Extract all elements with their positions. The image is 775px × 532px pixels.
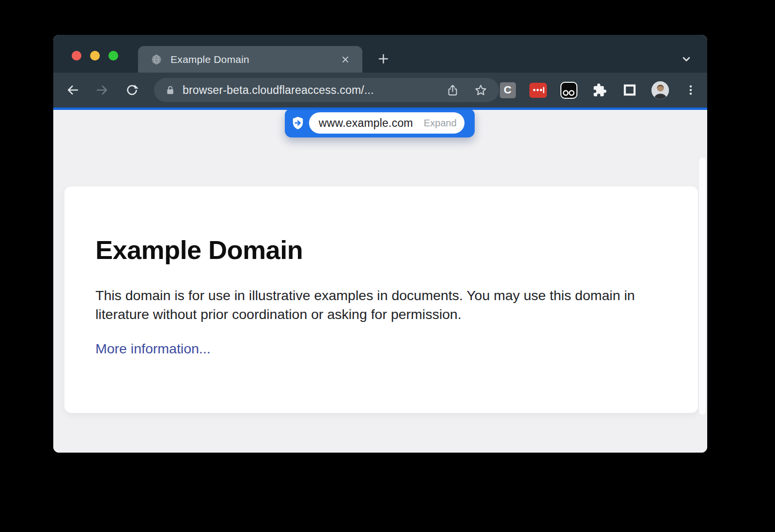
forward-arrow-icon bbox=[95, 83, 109, 97]
back-button[interactable] bbox=[62, 79, 83, 101]
expand-button[interactable]: Expand bbox=[424, 118, 457, 129]
close-window-button[interactable] bbox=[72, 51, 81, 61]
lastpass-dots-icon bbox=[529, 83, 547, 98]
extensions-menu-button[interactable] bbox=[590, 81, 608, 99]
globe-favicon-icon bbox=[151, 54, 162, 65]
browser-window: Example Domain bbox=[53, 35, 707, 453]
more-information-link[interactable]: More information... bbox=[95, 341, 211, 357]
extension-lastpass-button[interactable] bbox=[529, 81, 547, 99]
reload-button[interactable] bbox=[121, 79, 142, 101]
minimize-window-button[interactable] bbox=[90, 51, 100, 61]
shield-arrow-icon bbox=[291, 116, 305, 130]
plus-icon bbox=[377, 52, 390, 65]
new-tab-button[interactable] bbox=[373, 49, 393, 68]
tab-close-icon[interactable] bbox=[338, 52, 353, 67]
page-paragraph: This domain is for use in illustrative e… bbox=[95, 286, 655, 323]
star-icon bbox=[474, 83, 488, 97]
page-heading: Example Domain bbox=[95, 235, 667, 265]
extension-c-icon: C bbox=[500, 82, 516, 98]
avatar-photo-icon bbox=[651, 81, 669, 99]
scrollbar-thumb[interactable] bbox=[699, 157, 706, 415]
extensions-row: C bbox=[499, 81, 699, 99]
side-panel-icon bbox=[622, 83, 637, 97]
share-button[interactable] bbox=[444, 81, 461, 99]
browser-menu-button[interactable] bbox=[682, 81, 699, 99]
chevron-down-icon bbox=[680, 53, 693, 65]
tab-strip: Example Domain bbox=[53, 35, 707, 73]
share-icon bbox=[446, 84, 459, 97]
reload-icon bbox=[125, 83, 139, 97]
profile-avatar[interactable] bbox=[651, 81, 669, 99]
bookmark-star-button[interactable] bbox=[472, 81, 489, 99]
puzzle-icon bbox=[592, 83, 607, 98]
extension-c-button[interactable]: C bbox=[499, 81, 516, 99]
side-panel-button[interactable] bbox=[621, 81, 638, 99]
back-arrow-icon bbox=[65, 83, 80, 97]
isolation-pill-inner: www.example.com Expand bbox=[309, 112, 465, 134]
address-bar[interactable]: browser-beta.cloudflareaccess.com/... bbox=[154, 78, 499, 102]
traffic-lights bbox=[72, 51, 118, 61]
zoom-window-button[interactable] bbox=[108, 51, 118, 61]
url-text: browser-beta.cloudflareaccess.com/... bbox=[183, 84, 444, 97]
example-domain-card: Example Domain This domain is for use in… bbox=[64, 186, 698, 413]
extension-goggles-button[interactable] bbox=[560, 81, 577, 99]
isolation-domain-pill[interactable]: www.example.com Expand bbox=[285, 110, 475, 137]
tab-example-domain[interactable]: Example Domain bbox=[138, 46, 362, 73]
lock-icon[interactable] bbox=[165, 85, 176, 96]
page-content: www.example.com Expand Example Domain Th… bbox=[53, 110, 707, 453]
isolated-domain-text: www.example.com bbox=[319, 117, 413, 130]
toolbar: browser-beta.cloudflareaccess.com/... C bbox=[53, 73, 707, 107]
forward-button[interactable] bbox=[92, 79, 113, 101]
tab-search-button[interactable] bbox=[677, 49, 696, 69]
tab-title: Example Domain bbox=[170, 54, 338, 65]
three-dots-icon bbox=[684, 84, 697, 96]
goggles-icon bbox=[560, 82, 577, 99]
